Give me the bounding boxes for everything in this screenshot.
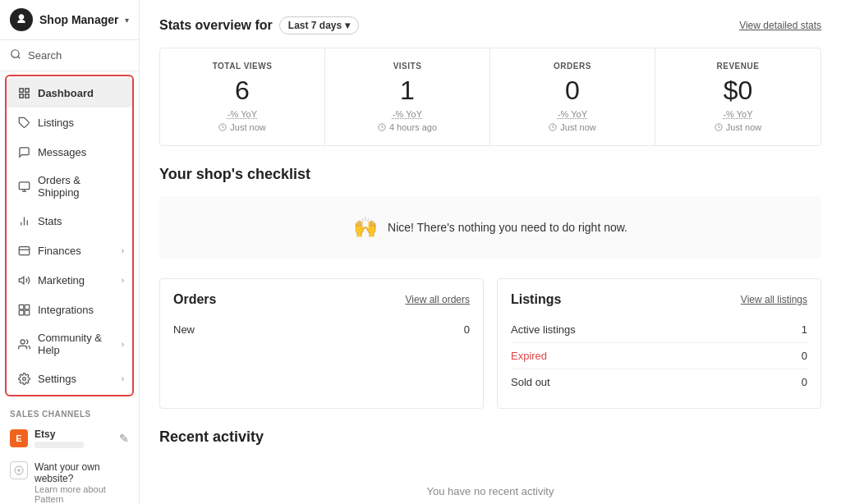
- sidebar-item-integrations[interactable]: Integrations: [7, 295, 132, 324]
- svg-rect-4: [19, 94, 22, 97]
- orders-new-row: New 0: [173, 317, 470, 342]
- dashboard-icon: [16, 85, 31, 100]
- chevron-down-icon: ▾: [125, 16, 129, 25]
- community-help-label: Community & Help: [38, 332, 122, 356]
- listings-expired-row: Expired 0: [511, 343, 807, 369]
- messages-icon: [16, 144, 31, 159]
- search-item[interactable]: Search: [0, 40, 139, 71]
- revenue-yoy: -% YoY: [669, 109, 807, 119]
- listings-soldout-row: Sold out 0: [511, 369, 807, 395]
- orders-card-header: Orders View all orders: [173, 292, 470, 307]
- orders-new-label: New: [173, 323, 195, 336]
- stats-header: Stats overview for Last 7 days ▾ View de…: [159, 16, 821, 34]
- sidebar-item-finances[interactable]: Finances ›: [7, 236, 132, 265]
- revenue-label: REVENUE: [669, 62, 807, 71]
- pattern-title: Want your own website?: [34, 461, 129, 484]
- orders-listings-grid: Orders View all orders New 0 Listings Vi…: [159, 278, 821, 409]
- etsy-badge: E: [10, 429, 28, 447]
- search-label: Search: [28, 49, 62, 62]
- search-icon: [10, 48, 21, 62]
- stats-grid: TOTAL VIEWS 6 -% YoY Just now VISITS 1 -…: [159, 48, 821, 146]
- checklist-empty-message: Nice! There's nothing you need to do rig…: [388, 221, 627, 234]
- community-arrow-icon: ›: [122, 340, 124, 349]
- pattern-text: Want your own website? Learn more about …: [34, 461, 129, 504]
- sidebar: Shop Manager ▾ Search Dashboard Listings: [0, 0, 140, 504]
- total-views-value: 6: [173, 76, 311, 106]
- sidebar-item-community-help[interactable]: Community & Help ›: [7, 324, 132, 364]
- finances-arrow-icon: ›: [122, 246, 124, 255]
- dashboard-label: Dashboard: [38, 87, 94, 99]
- recent-activity-empty: You have no recent activity: [159, 459, 821, 504]
- stat-card-revenue: REVENUE $0 -% YoY Just now: [655, 48, 820, 145]
- view-detailed-link[interactable]: View detailed stats: [739, 20, 821, 31]
- svg-marker-15: [19, 277, 24, 284]
- recent-activity-section: Recent activity You have no recent activ…: [159, 428, 821, 504]
- checklist-section: Your shop's checklist 🙌 Nice! There's no…: [159, 166, 821, 259]
- etsy-channel-info: Etsy: [34, 428, 116, 448]
- sales-channels-header: SALES CHANNELS: [0, 400, 139, 422]
- listings-soldout-label: Sold out: [511, 376, 550, 388]
- svg-rect-16: [19, 305, 24, 309]
- stats-overview-label: Stats overview for: [159, 18, 273, 33]
- orders-stat-value: 0: [503, 76, 641, 106]
- svg-line-1: [18, 57, 21, 59]
- date-range-select[interactable]: Last 7 days ▾: [279, 16, 359, 34]
- finances-label: Finances: [38, 245, 81, 257]
- svg-rect-3: [25, 88, 28, 91]
- etsy-channel-url: [34, 442, 84, 448]
- pattern-subtitle: Learn more about Pattern: [34, 484, 129, 504]
- orders-icon: [16, 179, 31, 194]
- marketing-icon: [16, 273, 31, 287]
- sidebar-item-marketing[interactable]: Marketing ›: [7, 265, 132, 295]
- total-views-yoy: -% YoY: [173, 109, 311, 119]
- listings-card: Listings View all listings Active listin…: [497, 278, 821, 409]
- marketing-label: Marketing: [38, 274, 85, 286]
- orders-new-value: 0: [464, 323, 470, 336]
- integrations-label: Integrations: [38, 304, 94, 316]
- listings-active-label: Active listings: [511, 323, 576, 336]
- listings-active-value: 1: [802, 323, 807, 336]
- shop-manager-header[interactable]: Shop Manager ▾: [0, 0, 139, 40]
- orders-stat-label: ORDERS: [503, 62, 641, 71]
- sidebar-item-listings[interactable]: Listings: [7, 108, 132, 137]
- view-all-listings-link[interactable]: View all listings: [741, 294, 807, 305]
- date-range-value: Last 7 days: [288, 20, 342, 31]
- pattern-channel[interactable]: Want your own website? Learn more about …: [0, 455, 139, 504]
- stat-card-total-views: TOTAL VIEWS 6 -% YoY Just now: [160, 48, 325, 145]
- recent-activity-title: Recent activity: [159, 428, 821, 446]
- celebration-icon: 🙌: [353, 216, 378, 239]
- main-content: Stats overview for Last 7 days ▾ View de…: [140, 0, 841, 504]
- orders-yoy: -% YoY: [503, 109, 641, 119]
- stats-title-group: Stats overview for Last 7 days ▾: [159, 16, 359, 34]
- listings-active-row: Active listings 1: [511, 317, 807, 343]
- listings-label: Listings: [38, 117, 74, 129]
- sidebar-item-orders-shipping[interactable]: Orders & Shipping: [7, 167, 132, 206]
- pattern-icon: [10, 461, 28, 479]
- total-views-label: TOTAL VIEWS: [173, 62, 311, 71]
- sidebar-item-messages[interactable]: Messages: [7, 137, 132, 167]
- orders-shipping-label: Orders & Shipping: [38, 174, 122, 199]
- svg-rect-2: [19, 88, 22, 91]
- shop-icon: [10, 8, 33, 31]
- shop-manager-title: Shop Manager: [39, 13, 125, 26]
- visits-time: 4 hours ago: [338, 122, 476, 132]
- settings-arrow-icon: ›: [122, 374, 124, 383]
- sidebar-item-dashboard[interactable]: Dashboard: [7, 78, 132, 108]
- etsy-edit-icon[interactable]: ✎: [119, 432, 129, 445]
- svg-rect-18: [19, 310, 24, 315]
- revenue-value: $0: [669, 76, 807, 106]
- listings-icon: [16, 115, 31, 130]
- checklist-title: Your shop's checklist: [159, 166, 821, 183]
- listings-expired-value: 0: [802, 350, 807, 362]
- sidebar-item-settings[interactable]: Settings ›: [7, 364, 132, 393]
- listings-card-header: Listings View all listings: [511, 292, 807, 307]
- etsy-channel[interactable]: E Etsy ✎: [0, 422, 139, 455]
- view-all-orders-link[interactable]: View all orders: [406, 294, 470, 305]
- svg-point-20: [21, 339, 25, 343]
- etsy-channel-name: Etsy: [34, 428, 116, 440]
- svg-rect-5: [25, 94, 28, 97]
- nav-selection-box: Dashboard Listings Messages Orders & Shi…: [5, 75, 134, 396]
- visits-value: 1: [338, 76, 476, 106]
- sidebar-item-stats[interactable]: Stats: [7, 206, 132, 236]
- stats-icon: [16, 213, 31, 228]
